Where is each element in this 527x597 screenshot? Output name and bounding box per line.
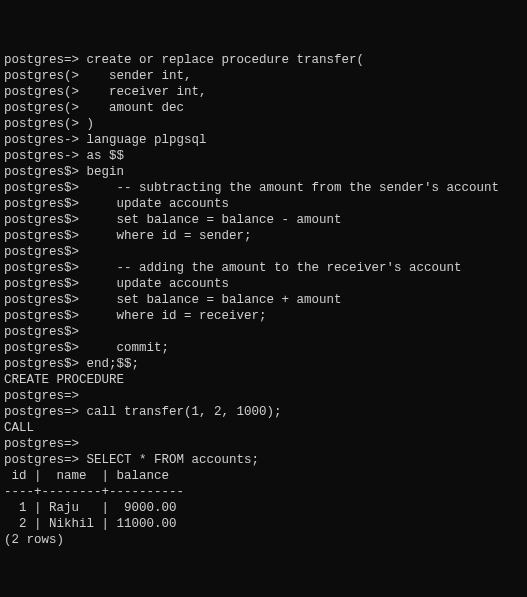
terminal-line: (2 rows) bbox=[4, 532, 523, 548]
terminal-line: postgres-> as $$ bbox=[4, 148, 523, 164]
terminal-line: postgres=> create or replace procedure t… bbox=[4, 52, 523, 68]
terminal-line: postgres$> where id = sender; bbox=[4, 228, 523, 244]
terminal-line: 1 | Raju | 9000.00 bbox=[4, 500, 523, 516]
terminal-line: postgres$> bbox=[4, 244, 523, 260]
terminal-line: postgres$> update accounts bbox=[4, 196, 523, 212]
terminal-line: postgres$> where id = receiver; bbox=[4, 308, 523, 324]
terminal-line: postgres$> -- subtracting the amount fro… bbox=[4, 180, 523, 196]
terminal-line: postgres$> -- adding the amount to the r… bbox=[4, 260, 523, 276]
terminal-line: postgres=> call transfer(1, 2, 1000); bbox=[4, 404, 523, 420]
terminal-line: postgres$> end;$$; bbox=[4, 356, 523, 372]
terminal-line: postgres(> amount dec bbox=[4, 100, 523, 116]
terminal-line: id | name | balance bbox=[4, 468, 523, 484]
terminal-line: 2 | Nikhil | 11000.00 bbox=[4, 516, 523, 532]
terminal-line: postgres(> ) bbox=[4, 116, 523, 132]
terminal-line: CALL bbox=[4, 420, 523, 436]
terminal-line: postgres=> bbox=[4, 388, 523, 404]
terminal-line: postgres$> set balance = balance - amoun… bbox=[4, 212, 523, 228]
terminal-line: postgres=> SELECT * FROM accounts; bbox=[4, 452, 523, 468]
terminal-line: CREATE PROCEDURE bbox=[4, 372, 523, 388]
terminal-line: postgres(> receiver int, bbox=[4, 84, 523, 100]
terminal-line: postgres$> set balance = balance + amoun… bbox=[4, 292, 523, 308]
terminal-line: postgres$> commit; bbox=[4, 340, 523, 356]
terminal-output[interactable]: postgres=> create or replace procedure t… bbox=[4, 52, 523, 548]
terminal-line: postgres=> bbox=[4, 436, 523, 452]
terminal-line: postgres(> sender int, bbox=[4, 68, 523, 84]
terminal-line: postgres-> language plpgsql bbox=[4, 132, 523, 148]
terminal-line: postgres$> begin bbox=[4, 164, 523, 180]
terminal-line: postgres$> update accounts bbox=[4, 276, 523, 292]
terminal-line: postgres$> bbox=[4, 324, 523, 340]
terminal-line: ----+--------+---------- bbox=[4, 484, 523, 500]
